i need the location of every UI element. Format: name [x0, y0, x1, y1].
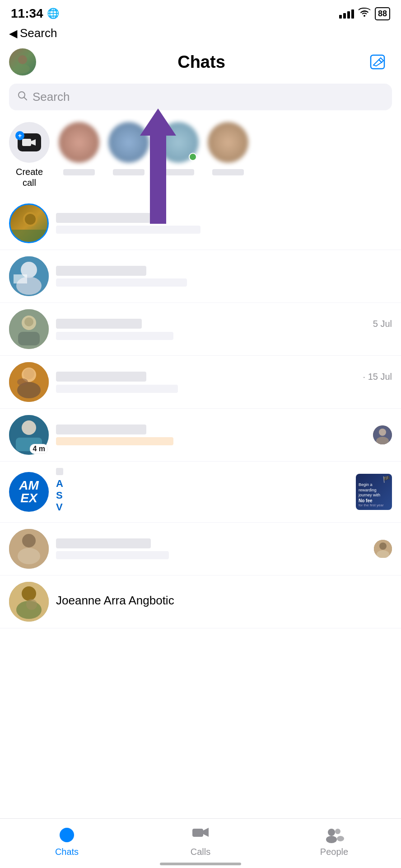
chat-item-2[interactable]	[0, 250, 401, 303]
story-avatar-2	[108, 122, 149, 163]
chat-avatar-8	[9, 582, 49, 622]
profile-avatar[interactable]	[9, 48, 36, 75]
create-call-item[interactable]: + Createcall	[9, 122, 50, 188]
back-arrow-icon: ◀	[9, 27, 17, 40]
chats-tab-label: Chats	[55, 847, 79, 857]
story-avatar-1	[59, 122, 99, 163]
story-avatar-wrap-3	[158, 122, 199, 163]
chat-name-blur-1	[56, 213, 151, 223]
svg-point-52	[337, 836, 344, 841]
chat-name-blur-3	[56, 319, 142, 329]
chat-avatar-wrap-5: 4 m	[9, 415, 49, 455]
wifi-icon	[359, 8, 370, 19]
create-call-avatar: +	[9, 122, 50, 163]
search-placeholder: Search	[33, 90, 70, 104]
svg-point-51	[335, 829, 340, 834]
story-item-1[interactable]	[59, 122, 99, 175]
svg-point-1	[15, 64, 30, 73]
tab-bar: Chats Calls People	[0, 818, 401, 868]
plus-badge: +	[15, 131, 24, 140]
home-indicator	[160, 863, 241, 865]
chat-content-6: ASV	[56, 468, 349, 516]
chat-content-2	[56, 266, 392, 287]
status-bar: 11:34 🌐 88	[0, 0, 401, 24]
chat-item-8[interactable]: Joeanne Arra Angbotic	[0, 576, 401, 628]
search-bar[interactable]: Search	[9, 84, 392, 110]
story-item-2[interactable]	[108, 122, 149, 175]
back-navigation[interactable]: ◀ Search	[0, 24, 401, 45]
chats-header: Chats	[0, 45, 401, 82]
chat-time-3: 5 Jul	[373, 319, 392, 329]
compose-button[interactable]	[367, 51, 388, 73]
svg-point-28	[379, 429, 386, 436]
chat-preview-2	[56, 278, 187, 287]
create-call-label: Createcall	[16, 166, 43, 188]
card-thumbnail: 🏴 Begin a rewarding journey with No fee …	[356, 474, 392, 510]
back-label: Search	[20, 26, 57, 40]
people-tab-label: People	[320, 847, 348, 857]
svg-point-38	[22, 586, 36, 601]
chat-name-row-7	[56, 538, 367, 548]
tab-calls[interactable]: Calls	[134, 826, 267, 857]
story-label-2	[113, 169, 145, 175]
chat-item-4[interactable]: · 15 Jul	[0, 356, 401, 409]
chat-preview-4	[56, 385, 178, 393]
tab-chats[interactable]: Chats	[0, 826, 134, 857]
svg-point-40	[26, 599, 37, 610]
chat-time-4: · 15 Jul	[363, 372, 392, 382]
chat-item-1[interactable]	[0, 197, 401, 250]
chat-item-3[interactable]: 5 Jul	[0, 303, 401, 356]
chat-right-avatar-5	[373, 425, 392, 444]
chat-avatar-6: AM EX	[9, 472, 49, 512]
online-time-badge: 4 m	[30, 444, 48, 454]
globe-icon: 🌐	[47, 8, 59, 19]
chat-content-5	[56, 425, 366, 445]
story-item-4[interactable]	[208, 122, 248, 175]
chat-name-row-5	[56, 425, 366, 434]
chat-name-blur-4	[56, 372, 146, 382]
chat-avatar-wrap-7	[9, 529, 49, 569]
story-item-3[interactable]	[158, 122, 199, 175]
svg-point-35	[379, 542, 387, 550]
chat-content-8: Joeanne Arra Angbotic	[56, 594, 392, 610]
card-fine-print: for the first year	[359, 503, 389, 507]
chat-preview-5	[56, 437, 173, 445]
svg-point-18	[24, 317, 33, 326]
chat-name-amex: ASV	[56, 478, 63, 513]
chat-name-row-2	[56, 266, 392, 276]
svg-point-50	[326, 836, 337, 843]
chat-name-row-6: ASV	[56, 468, 349, 513]
page-title: Chats	[177, 52, 225, 72]
chat-name-row-4: · 15 Jul	[56, 372, 392, 382]
chat-name-blur-7	[56, 538, 151, 548]
story-label-1	[63, 169, 95, 175]
svg-rect-4	[22, 139, 31, 146]
story-label-4	[212, 169, 244, 175]
chat-avatar-2	[9, 256, 49, 296]
chat-content-1	[56, 213, 392, 234]
chat-item-7[interactable]	[0, 523, 401, 576]
story-avatar-wrap-1	[59, 122, 99, 163]
svg-point-23	[17, 378, 28, 386]
chat-avatar-7	[9, 529, 49, 569]
chat-item-5[interactable]: 4 m	[0, 409, 401, 462]
chat-name-row-1	[56, 213, 392, 223]
chat-content-4: · 15 Jul	[56, 372, 392, 393]
svg-point-0	[18, 55, 27, 64]
chat-content-7	[56, 538, 367, 559]
stories-row: + Createcall	[0, 118, 401, 197]
card-text: Begin a rewarding journey with	[359, 482, 389, 498]
chat-name-row-8: Joeanne Arra Angbotic	[56, 594, 392, 608]
svg-rect-47	[192, 829, 203, 837]
battery-icon: 88	[375, 7, 390, 20]
chat-avatar-wrap-3	[9, 309, 49, 349]
chat-item-6[interactable]: AM EX ASV 🏴 Begin a rewarding journey wi…	[0, 462, 401, 523]
tab-people[interactable]: People	[267, 826, 401, 857]
last-chat-name: Joeanne Arra Angbotic	[56, 594, 174, 608]
search-container: Search	[0, 82, 401, 118]
story-avatar-4	[208, 122, 248, 163]
search-icon	[17, 90, 28, 104]
chat-content-3: 5 Jul	[56, 319, 392, 340]
flag-icon: 🏴	[382, 476, 390, 483]
chat-avatar-wrap-8	[9, 582, 49, 622]
